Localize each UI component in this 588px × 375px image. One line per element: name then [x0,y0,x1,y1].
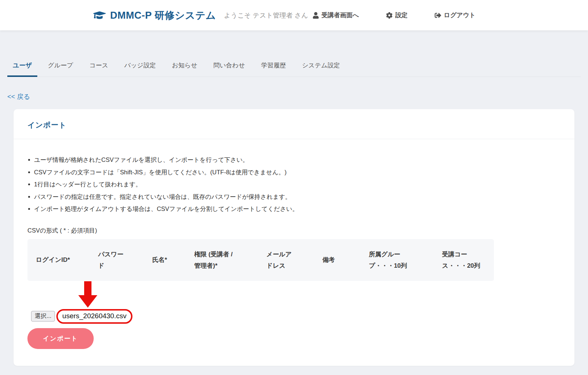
import-button[interactable]: インポート [27,328,94,349]
tab-courses[interactable]: コース [84,57,114,77]
file-select-button[interactable]: 選択... [31,311,55,322]
csv-column-login-id: ログインID* [27,254,90,266]
file-input-row: 選択... users_20260430.csv [27,309,561,324]
welcome-text: ようこそ テスト管理者 さん [224,11,308,20]
card-body: ユーザ情報が格納されたCSVファイルを選択し、インポートを行って下さい。 CSV… [14,139,574,366]
csv-column-password: パスワード [90,249,144,271]
instruction-item: CSVファイルの文字コードは「Shift-JIS」を使用してください。(UTF-… [27,166,561,179]
tab-groups[interactable]: グループ [42,57,79,77]
header-nav: 受講者画面へ 設定 ログアウト [312,11,476,19]
brand: DMMC-P 研修システム ようこそ テスト管理者 さん [93,9,308,22]
nav-settings-label: 設定 [395,11,408,19]
csv-column-groups: 所属グループ・・・10列 [360,249,434,271]
instruction-item: インポート処理がタイムアウトする場合は、CSVファイルを分割してインポートしてく… [27,203,561,215]
card-header: インポート [14,109,574,139]
csv-format-table: ログインID* パスワード 氏名* 権限 (受講者 / 管理者)* メールアドレ… [27,239,494,281]
nav-student-screen[interactable]: 受講者画面へ [312,11,359,19]
tab-users[interactable]: ユーザ [7,57,37,77]
back-link[interactable]: << 戻る [7,92,30,101]
csv-column-name: 氏名* [144,254,186,266]
csv-column-courses: 受講コース・・・20列 [434,249,494,271]
selected-file-name: users_20260430.csv [62,312,126,320]
instruction-item: ユーザ情報が格納されたCSVファイルを選択し、インポートを行って下さい。 [27,154,561,166]
annotation-red-circle: users_20260430.csv [56,309,132,324]
nav-settings[interactable]: 設定 [386,11,408,19]
csv-column-role: 権限 (受講者 / 管理者)* [186,249,258,271]
import-card: インポート ユーザ情報が格納されたCSVファイルを選択し、インポートを行って下さ… [14,109,574,366]
nav-logout[interactable]: ログアウト [435,11,476,19]
tab-bar: ユーザ グループ コース バッジ設定 お知らせ 問い合わせ 学習履歴 システム設… [7,57,581,77]
instruction-item: 1行目はヘッダー行として扱われます。 [27,178,561,191]
tab-system-settings[interactable]: システム設定 [296,57,345,77]
logout-icon [435,12,441,19]
csv-column-notes: 備考 [314,254,360,266]
tab-inquiries[interactable]: 問い合わせ [208,57,250,77]
csv-format-label: CSVの形式 ( * : 必須項目) [27,227,561,235]
annotation-arrow-down-icon [78,281,97,308]
nav-student-screen-label: 受講者画面へ [322,11,359,19]
nav-logout-label: ログアウト [444,11,476,19]
page-content: ユーザ グループ コース バッジ設定 お知らせ 問い合わせ 学習履歴 システム設… [0,57,588,366]
tab-learning-history[interactable]: 学習履歴 [255,57,291,77]
user-icon [312,12,319,19]
csv-column-email: メールアドレス [258,249,314,271]
tab-badge-settings[interactable]: バッジ設定 [119,57,161,77]
card-title: インポート [27,120,561,130]
top-header: DMMC-P 研修システム ようこそ テスト管理者 さん 受講者画面へ 設定 ロ… [0,0,588,30]
graduation-cap-icon [93,10,106,21]
instruction-item: パスワードの指定は任意です。指定されていない場合は、既存のパスワードが保持されま… [27,191,561,203]
app-title: DMMC-P 研修システム [110,9,216,22]
tab-news[interactable]: お知らせ [166,57,203,77]
instruction-list: ユーザ情報が格納されたCSVファイルを選択し、インポートを行って下さい。 CSV… [27,154,561,215]
gear-icon [386,12,393,19]
